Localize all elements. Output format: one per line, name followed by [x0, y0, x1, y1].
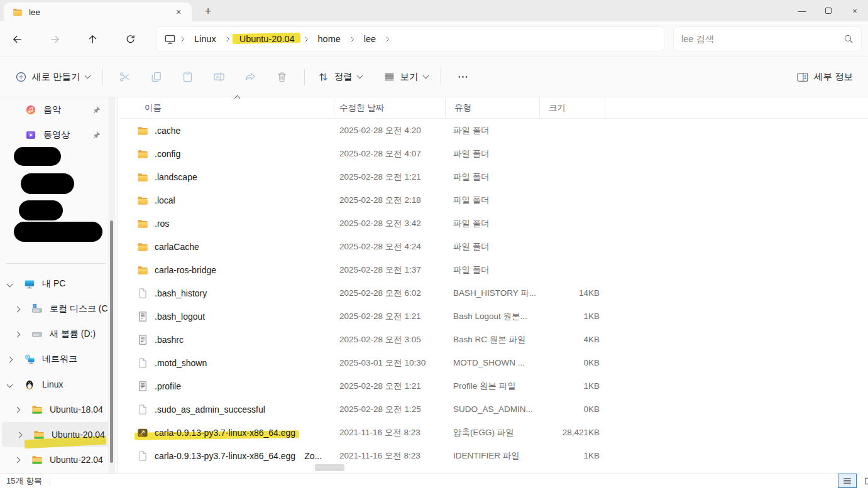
refresh-button[interactable] — [118, 27, 142, 51]
details-view-button[interactable] — [838, 474, 857, 488]
file-type: 파일 폴더 — [453, 148, 490, 160]
more-options-button[interactable] — [449, 65, 477, 90]
sidebar-item-video[interactable]: 동영상 — [0, 122, 118, 148]
file-row[interactable]: carla-0.9.13-py3.7-linux-x86_64.egg2021-… — [118, 421, 868, 444]
file-date: 2025-03-01 오전 10:30 — [339, 357, 426, 369]
sidebar-scrollbar-thumb[interactable] — [110, 220, 113, 463]
file-type: BASH_HISTORY 파... — [453, 288, 536, 299]
cut-icon — [119, 71, 131, 83]
music-icon — [25, 104, 36, 116]
file-size: 28,421KB — [540, 428, 600, 437]
sidebar-item--d-[interactable]: 새 볼륨 (D:) — [0, 322, 118, 347]
breadcrumb-item[interactable]: lee — [359, 32, 381, 46]
chevron-right-icon[interactable] — [16, 431, 23, 438]
command-toolbar: 새로 만들기 정렬 보기 세부 정보 — [0, 57, 868, 97]
minimize-button[interactable]: — — [789, 0, 815, 21]
file-row[interactable]: .landscape2025-02-28 오전 1:21파일 폴더 — [118, 165, 868, 188]
chevron-right-icon[interactable] — [14, 331, 21, 337]
file-date: 2025-02-28 오전 1:25 — [339, 404, 421, 415]
file-date: 2025-02-28 오전 4:20 — [339, 125, 421, 136]
file-row[interactable]: .bashrc2025-02-28 오전 3:05Bash RC 원본 파일4K… — [118, 328, 868, 351]
new-button[interactable]: 새로 만들기 — [9, 66, 96, 88]
breadcrumb[interactable]: LinuxUbuntu-20.04homelee — [156, 26, 664, 52]
breadcrumb-item[interactable]: home — [313, 32, 346, 46]
file-type: SUDO_AS_ADMIN... — [453, 404, 533, 414]
file-row[interactable]: carla-0.9.13-py3.7-linux-x86_64.eggZo...… — [118, 444, 868, 467]
rename-button[interactable] — [206, 65, 233, 90]
breadcrumb-item[interactable]: Ubuntu-20.04 — [234, 32, 300, 46]
column-header-type[interactable]: 유형 — [446, 97, 540, 118]
diskwin-icon — [31, 303, 43, 315]
chevron-right-icon[interactable] — [14, 306, 21, 312]
sidebar-item--c[interactable]: 로컬 디스크 (C — [0, 296, 118, 322]
column-header-date[interactable]: 수정한 날짜 — [334, 97, 446, 118]
file-row[interactable]: .bash_history2025-02-28 오전 6:02BASH_HIST… — [118, 281, 868, 305]
sidebar-item--[interactable]: 네트워크 — [0, 347, 118, 372]
details-view-icon — [842, 476, 852, 486]
column-header-name[interactable]: 이름 — [118, 97, 334, 118]
redacted-item — [14, 147, 61, 166]
breadcrumb-item[interactable]: Linux — [189, 32, 221, 46]
view-button[interactable]: 보기 — [377, 66, 434, 88]
search-box[interactable] — [673, 26, 862, 52]
chevron-down-icon[interactable] — [7, 281, 13, 287]
column-header-size[interactable]: 크기 — [540, 97, 605, 118]
file-date: 2025-02-28 오전 2:18 — [339, 195, 421, 206]
forward-button[interactable] — [43, 27, 67, 51]
horizontal-scrollbar-thumb[interactable] — [315, 464, 344, 471]
copy-button[interactable] — [143, 65, 170, 90]
explorer-tab[interactable]: lee × — [4, 3, 192, 21]
folder-icon — [137, 218, 148, 229]
file-row[interactable]: .local2025-02-28 오전 2:18파일 폴더 — [118, 188, 868, 212]
file-row[interactable]: .config2025-02-28 오전 4:07파일 폴더 — [118, 142, 868, 165]
sidebar-item--pc[interactable]: 내 PC — [0, 271, 118, 296]
file-type: IDENTIFIER 파일 — [453, 450, 520, 462]
paste-button[interactable] — [174, 65, 202, 90]
delete-button[interactable] — [268, 65, 296, 90]
chevron-right-icon[interactable] — [14, 406, 21, 413]
chevron-right-icon[interactable] — [14, 457, 21, 463]
breadcrumb-chevron-icon — [383, 35, 392, 43]
navigation-pane: 음악동영상 내 PC로컬 디스크 (C새 볼륨 (D:)네트워크LinuxUbu… — [0, 97, 118, 474]
cut-button[interactable] — [111, 65, 139, 90]
file-row[interactable]: carla-ros-bridge2025-02-28 오전 1:37파일 폴더 — [118, 258, 868, 281]
file-row[interactable]: .ros2025-02-28 오전 3:42파일 폴더 — [118, 212, 868, 235]
sidebar-item-ubuntu-20-04[interactable]: Ubuntu-20.04 — [2, 422, 113, 447]
sidebar-item-linux[interactable]: Linux — [0, 372, 118, 397]
network-icon — [24, 354, 35, 365]
back-button[interactable] — [5, 27, 29, 51]
sidebar-item-ubuntu-22-04[interactable]: Ubuntu-22.04 — [0, 447, 118, 472]
file-row[interactable]: .sudo_as_admin_successful2025-02-28 오전 1… — [118, 398, 868, 421]
close-button[interactable]: × — [842, 0, 868, 21]
file-type: 파일 폴더 — [453, 171, 490, 183]
new-button-label: 새로 만들기 — [32, 71, 80, 83]
share-button[interactable] — [237, 65, 265, 90]
file-row[interactable]: .bash_logout2025-02-28 오전 1:21Bash Logou… — [118, 305, 868, 328]
file-type: 파일 폴더 — [453, 264, 490, 276]
details-pane-button[interactable]: 세부 정보 — [790, 66, 859, 89]
file-row[interactable]: .cache2025-02-28 오전 4:20파일 폴더 — [118, 119, 868, 142]
thumbnail-view-button[interactable] — [859, 474, 868, 488]
maximize-icon — [825, 8, 832, 14]
tab-close-icon[interactable]: × — [172, 5, 185, 19]
chevron-right-icon[interactable] — [7, 356, 13, 362]
tux-icon — [24, 379, 35, 390]
sidebar-item-music[interactable]: 음악 — [0, 97, 118, 122]
sort-button[interactable]: 정렬 — [311, 66, 368, 88]
search-input[interactable] — [681, 34, 843, 44]
maximize-button[interactable] — [815, 0, 842, 21]
sidebar-item-label: 네트워크 — [42, 354, 77, 365]
file-row[interactable]: .motd_shown2025-03-01 오전 10:30MOTD_SHOWN… — [118, 351, 868, 374]
statusbar-divider — [50, 477, 50, 485]
sidebar-item-ubuntu-18-04[interactable]: Ubuntu-18.04 — [0, 397, 118, 422]
sidebar-item-label: 로컬 디스크 (C — [50, 303, 108, 315]
sidebar-scrollbar[interactable] — [108, 97, 115, 474]
file-name: .ros — [155, 219, 169, 229]
new-tab-button[interactable]: + — [200, 3, 216, 19]
chevron-down-icon[interactable] — [7, 381, 13, 388]
file-row[interactable]: .profile2025-02-28 오전 1:21Profile 원본 파일1… — [118, 374, 868, 398]
chevron-down-icon — [356, 73, 363, 79]
up-button[interactable] — [80, 27, 104, 51]
file-row[interactable]: carlaCache2025-02-28 오전 4:24파일 폴더 — [118, 235, 868, 258]
file-type: Profile 원본 파일 — [453, 381, 516, 392]
